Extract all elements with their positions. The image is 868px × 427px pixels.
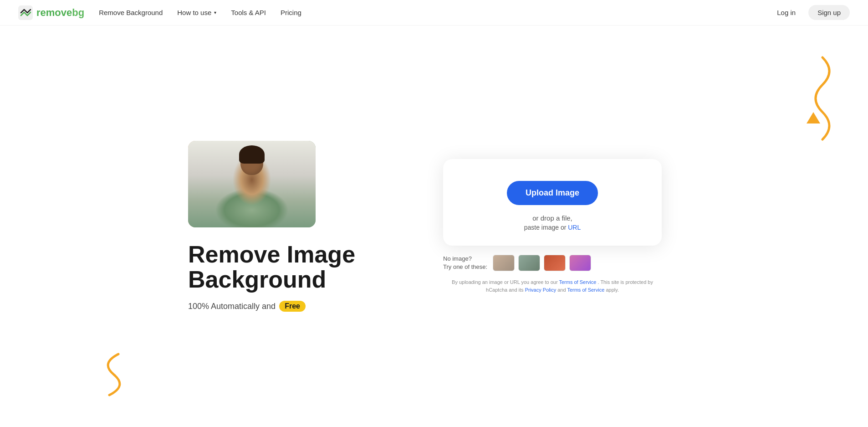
paste-text: paste image or URL: [524, 224, 581, 231]
hero-image-wrapper: [188, 141, 425, 227]
right-section: Upload Image or drop a file, paste image…: [425, 159, 680, 293]
sample-thumb-3[interactable]: [544, 255, 566, 271]
upload-image-button[interactable]: Upload Image: [507, 181, 598, 205]
sample-thumb-2[interactable]: [518, 255, 540, 271]
sample-thumb-4[interactable]: [569, 255, 591, 271]
sample-section: No image?Try one of these:: [443, 255, 662, 271]
signup-button[interactable]: Sign up: [808, 5, 850, 20]
svg-marker-1: [807, 112, 820, 123]
hero-image-inner: [188, 141, 316, 227]
terms2-link[interactable]: Terms of Service: [567, 287, 604, 293]
left-section: Remove Image Background 100% Automatical…: [188, 141, 425, 312]
privacy-link[interactable]: Privacy Policy: [525, 287, 556, 293]
terms-link[interactable]: Terms of Service: [559, 279, 596, 285]
hero-subtitle: 100% Automatically and Free: [188, 301, 425, 312]
logo[interactable]: removebg: [18, 5, 84, 20]
hero-image: [188, 141, 316, 227]
nav-link-tools-api[interactable]: Tools & API: [231, 9, 266, 16]
deco-squiggle-bottom-left: [91, 350, 128, 400]
sample-thumb-1[interactable]: [493, 255, 515, 271]
nav-link-pricing[interactable]: Pricing: [281, 9, 301, 16]
chevron-down-icon: ▾: [214, 10, 216, 15]
url-link[interactable]: URL: [568, 224, 581, 231]
free-badge: Free: [279, 301, 306, 312]
nav-link-how-to-use[interactable]: How to use ▾: [177, 9, 216, 16]
nav-left: removebg Remove Background How to use ▾ …: [18, 5, 301, 20]
logo-text: removebg: [36, 7, 84, 19]
nav-right: Log in Sign up: [771, 5, 850, 20]
no-image-text: No image?Try one of these:: [443, 255, 487, 271]
hero-title: Remove Image Background: [188, 242, 425, 292]
deco-squiggle-top-right: [786, 53, 841, 144]
login-button[interactable]: Log in: [771, 6, 801, 19]
upload-card: Upload Image or drop a file, paste image…: [443, 159, 662, 246]
legal-text: By uploading an image or URL you agree t…: [448, 278, 657, 293]
logo-icon: [18, 5, 33, 20]
nav-link-remove-background[interactable]: Remove Background: [99, 9, 163, 16]
main-content: Remove Image Background 100% Automatical…: [0, 26, 868, 427]
sample-images: [493, 255, 591, 271]
navbar: removebg Remove Background How to use ▾ …: [0, 0, 868, 26]
drop-text: or drop a file,: [532, 214, 572, 222]
